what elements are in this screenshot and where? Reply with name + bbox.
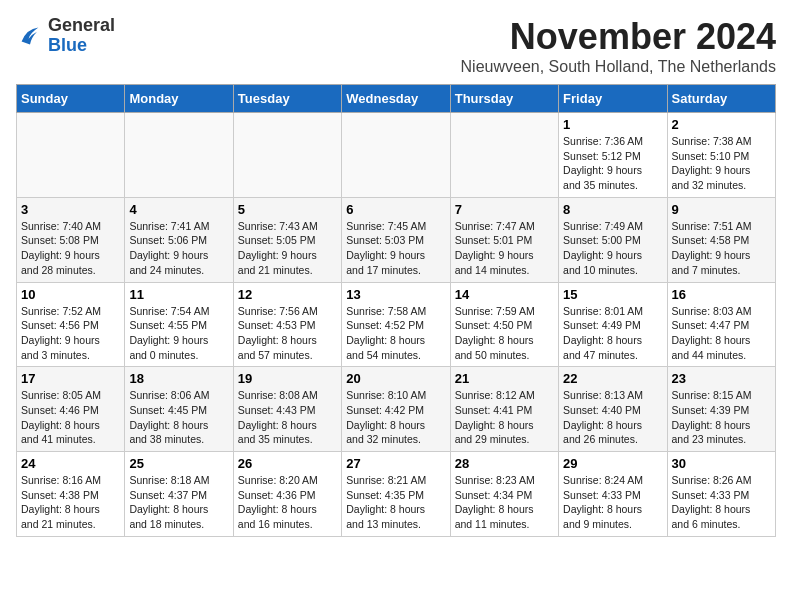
calendar-cell: [233, 113, 341, 198]
day-number: 8: [563, 202, 662, 217]
day-info: Sunrise: 7:45 AM Sunset: 5:03 PM Dayligh…: [346, 219, 445, 278]
day-info: Sunrise: 7:38 AM Sunset: 5:10 PM Dayligh…: [672, 134, 771, 193]
day-number: 29: [563, 456, 662, 471]
day-number: 4: [129, 202, 228, 217]
day-number: 1: [563, 117, 662, 132]
day-number: 21: [455, 371, 554, 386]
day-info: Sunrise: 7:40 AM Sunset: 5:08 PM Dayligh…: [21, 219, 120, 278]
title-area: November 2024 Nieuwveen, South Holland, …: [461, 16, 776, 76]
day-info: Sunrise: 7:59 AM Sunset: 4:50 PM Dayligh…: [455, 304, 554, 363]
calendar-cell: 18Sunrise: 8:06 AM Sunset: 4:45 PM Dayli…: [125, 367, 233, 452]
calendar-week-row: 24Sunrise: 8:16 AM Sunset: 4:38 PM Dayli…: [17, 452, 776, 537]
calendar-cell: 4Sunrise: 7:41 AM Sunset: 5:06 PM Daylig…: [125, 197, 233, 282]
day-info: Sunrise: 8:08 AM Sunset: 4:43 PM Dayligh…: [238, 388, 337, 447]
calendar-cell: 3Sunrise: 7:40 AM Sunset: 5:08 PM Daylig…: [17, 197, 125, 282]
calendar-cell: 27Sunrise: 8:21 AM Sunset: 4:35 PM Dayli…: [342, 452, 450, 537]
weekday-header-friday: Friday: [559, 85, 667, 113]
day-number: 28: [455, 456, 554, 471]
day-info: Sunrise: 8:26 AM Sunset: 4:33 PM Dayligh…: [672, 473, 771, 532]
day-number: 5: [238, 202, 337, 217]
day-number: 6: [346, 202, 445, 217]
day-info: Sunrise: 8:03 AM Sunset: 4:47 PM Dayligh…: [672, 304, 771, 363]
day-info: Sunrise: 7:36 AM Sunset: 5:12 PM Dayligh…: [563, 134, 662, 193]
logo: General Blue: [16, 16, 115, 56]
day-info: Sunrise: 7:56 AM Sunset: 4:53 PM Dayligh…: [238, 304, 337, 363]
day-number: 20: [346, 371, 445, 386]
day-number: 7: [455, 202, 554, 217]
calendar-week-row: 10Sunrise: 7:52 AM Sunset: 4:56 PM Dayli…: [17, 282, 776, 367]
day-number: 14: [455, 287, 554, 302]
logo-blue-text: Blue: [48, 35, 87, 55]
day-number: 26: [238, 456, 337, 471]
calendar-cell: [450, 113, 558, 198]
calendar-cell: 23Sunrise: 8:15 AM Sunset: 4:39 PM Dayli…: [667, 367, 775, 452]
day-info: Sunrise: 8:18 AM Sunset: 4:37 PM Dayligh…: [129, 473, 228, 532]
calendar-cell: [342, 113, 450, 198]
calendar-cell: 22Sunrise: 8:13 AM Sunset: 4:40 PM Dayli…: [559, 367, 667, 452]
day-info: Sunrise: 7:54 AM Sunset: 4:55 PM Dayligh…: [129, 304, 228, 363]
day-number: 9: [672, 202, 771, 217]
calendar-cell: 24Sunrise: 8:16 AM Sunset: 4:38 PM Dayli…: [17, 452, 125, 537]
day-number: 24: [21, 456, 120, 471]
calendar-week-row: 3Sunrise: 7:40 AM Sunset: 5:08 PM Daylig…: [17, 197, 776, 282]
calendar-cell: 6Sunrise: 7:45 AM Sunset: 5:03 PM Daylig…: [342, 197, 450, 282]
day-info: Sunrise: 7:58 AM Sunset: 4:52 PM Dayligh…: [346, 304, 445, 363]
day-number: 15: [563, 287, 662, 302]
location-subtitle: Nieuwveen, South Holland, The Netherland…: [461, 58, 776, 76]
day-info: Sunrise: 8:15 AM Sunset: 4:39 PM Dayligh…: [672, 388, 771, 447]
calendar-cell: 20Sunrise: 8:10 AM Sunset: 4:42 PM Dayli…: [342, 367, 450, 452]
header: General Blue November 2024 Nieuwveen, So…: [16, 16, 776, 76]
calendar-cell: 21Sunrise: 8:12 AM Sunset: 4:41 PM Dayli…: [450, 367, 558, 452]
calendar-cell: 11Sunrise: 7:54 AM Sunset: 4:55 PM Dayli…: [125, 282, 233, 367]
day-number: 2: [672, 117, 771, 132]
calendar-cell: 19Sunrise: 8:08 AM Sunset: 4:43 PM Dayli…: [233, 367, 341, 452]
weekday-header-saturday: Saturday: [667, 85, 775, 113]
day-info: Sunrise: 8:05 AM Sunset: 4:46 PM Dayligh…: [21, 388, 120, 447]
day-info: Sunrise: 8:12 AM Sunset: 4:41 PM Dayligh…: [455, 388, 554, 447]
day-info: Sunrise: 8:16 AM Sunset: 4:38 PM Dayligh…: [21, 473, 120, 532]
calendar-cell: 13Sunrise: 7:58 AM Sunset: 4:52 PM Dayli…: [342, 282, 450, 367]
calendar-cell: 15Sunrise: 8:01 AM Sunset: 4:49 PM Dayli…: [559, 282, 667, 367]
calendar-table: SundayMondayTuesdayWednesdayThursdayFrid…: [16, 84, 776, 537]
calendar-week-row: 17Sunrise: 8:05 AM Sunset: 4:46 PM Dayli…: [17, 367, 776, 452]
day-info: Sunrise: 8:06 AM Sunset: 4:45 PM Dayligh…: [129, 388, 228, 447]
weekday-header-monday: Monday: [125, 85, 233, 113]
calendar-cell: 30Sunrise: 8:26 AM Sunset: 4:33 PM Dayli…: [667, 452, 775, 537]
day-number: 25: [129, 456, 228, 471]
calendar-cell: 9Sunrise: 7:51 AM Sunset: 4:58 PM Daylig…: [667, 197, 775, 282]
day-info: Sunrise: 8:24 AM Sunset: 4:33 PM Dayligh…: [563, 473, 662, 532]
calendar-cell: 17Sunrise: 8:05 AM Sunset: 4:46 PM Dayli…: [17, 367, 125, 452]
logo-general-text: General: [48, 15, 115, 35]
calendar-cell: 10Sunrise: 7:52 AM Sunset: 4:56 PM Dayli…: [17, 282, 125, 367]
calendar-cell: 14Sunrise: 7:59 AM Sunset: 4:50 PM Dayli…: [450, 282, 558, 367]
day-number: 11: [129, 287, 228, 302]
day-number: 17: [21, 371, 120, 386]
calendar-cell: 16Sunrise: 8:03 AM Sunset: 4:47 PM Dayli…: [667, 282, 775, 367]
calendar-cell: 5Sunrise: 7:43 AM Sunset: 5:05 PM Daylig…: [233, 197, 341, 282]
day-info: Sunrise: 8:23 AM Sunset: 4:34 PM Dayligh…: [455, 473, 554, 532]
weekday-header-sunday: Sunday: [17, 85, 125, 113]
day-info: Sunrise: 8:13 AM Sunset: 4:40 PM Dayligh…: [563, 388, 662, 447]
calendar-cell: 7Sunrise: 7:47 AM Sunset: 5:01 PM Daylig…: [450, 197, 558, 282]
day-number: 22: [563, 371, 662, 386]
day-info: Sunrise: 7:41 AM Sunset: 5:06 PM Dayligh…: [129, 219, 228, 278]
calendar-cell: [17, 113, 125, 198]
day-number: 19: [238, 371, 337, 386]
day-info: Sunrise: 7:49 AM Sunset: 5:00 PM Dayligh…: [563, 219, 662, 278]
calendar-cell: 29Sunrise: 8:24 AM Sunset: 4:33 PM Dayli…: [559, 452, 667, 537]
calendar-cell: [125, 113, 233, 198]
day-info: Sunrise: 8:01 AM Sunset: 4:49 PM Dayligh…: [563, 304, 662, 363]
day-number: 23: [672, 371, 771, 386]
day-info: Sunrise: 8:20 AM Sunset: 4:36 PM Dayligh…: [238, 473, 337, 532]
day-info: Sunrise: 7:47 AM Sunset: 5:01 PM Dayligh…: [455, 219, 554, 278]
calendar-cell: 28Sunrise: 8:23 AM Sunset: 4:34 PM Dayli…: [450, 452, 558, 537]
logo-bird-icon: [16, 22, 44, 50]
day-number: 30: [672, 456, 771, 471]
day-info: Sunrise: 8:21 AM Sunset: 4:35 PM Dayligh…: [346, 473, 445, 532]
weekday-header-thursday: Thursday: [450, 85, 558, 113]
day-info: Sunrise: 8:10 AM Sunset: 4:42 PM Dayligh…: [346, 388, 445, 447]
day-number: 16: [672, 287, 771, 302]
calendar-week-row: 1Sunrise: 7:36 AM Sunset: 5:12 PM Daylig…: [17, 113, 776, 198]
day-number: 18: [129, 371, 228, 386]
day-info: Sunrise: 7:52 AM Sunset: 4:56 PM Dayligh…: [21, 304, 120, 363]
